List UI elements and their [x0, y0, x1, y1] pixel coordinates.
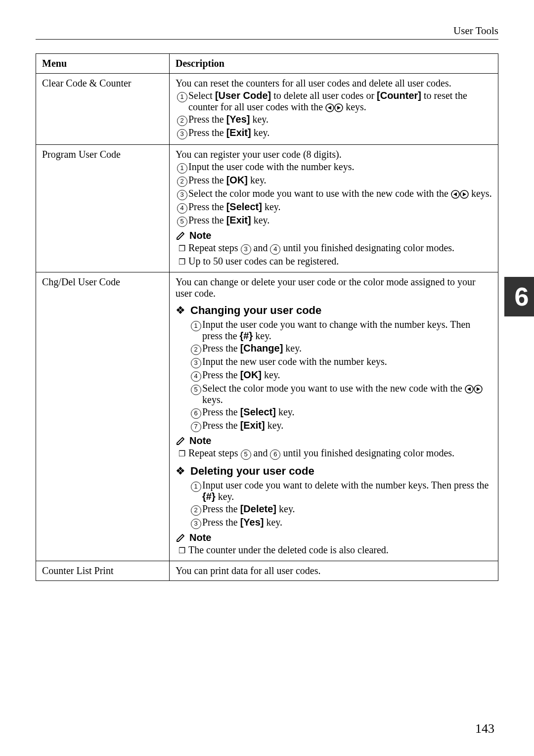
col-header-menu: Menu [36, 54, 170, 74]
circled-number-icon: 3 [189, 356, 202, 368]
intro-text: You can register your user code (8 digit… [176, 149, 492, 160]
step-text: Select [User Code] to delete all user co… [188, 90, 492, 113]
svg-marker-1 [328, 106, 331, 110]
table-row: Program User Code You can register your … [36, 145, 498, 272]
svg-marker-11 [477, 387, 480, 391]
step: 5 Press the [Exit] key. [176, 215, 492, 227]
step: 1 Input user code you want to delete wit… [189, 480, 492, 502]
step: 3 Press the [Yes] key. [189, 517, 492, 529]
step: 1 Select [User Code] to delete all user … [176, 90, 492, 113]
step-text: Select the color mode you want to use wi… [188, 188, 492, 199]
description-cell: You can reset the counters for all user … [170, 74, 498, 145]
menu-cell: Clear Code & Counter [36, 74, 170, 145]
step: 2 Press the [Delete] key. [189, 503, 492, 516]
step-text: Press the [Exit] key. [188, 127, 269, 138]
page: User Tools 6 Menu Description Clear Code… [0, 0, 534, 756]
step-text: Press the [Yes] key. [188, 114, 268, 125]
step-text: Input user code you want to delete with … [202, 480, 492, 502]
circled-number-icon: 2 [189, 343, 202, 355]
svg-marker-7 [463, 192, 466, 196]
step-text: Press the [Select] key. [202, 406, 295, 418]
menu-cell: Counter List Print [36, 561, 170, 581]
circled-number-icon: 7 [189, 420, 202, 432]
step-text: Input the user code with the number keys… [188, 161, 354, 173]
step-text: Press the [OK] key. [188, 175, 267, 186]
circled-number-icon: 4 [270, 244, 280, 255]
hash-key-icon: {#} [240, 330, 253, 341]
svg-marker-9 [467, 387, 471, 391]
table-row: Clear Code & Counter You can reset the c… [36, 74, 498, 145]
note-text: Repeat steps 5 and 6 until you finished … [188, 447, 454, 460]
step-text: Press the [Delete] key. [202, 503, 295, 515]
intro-text: You can change or delete your user code … [176, 276, 492, 299]
step: 7 Press the [Exit] key. [189, 420, 492, 432]
step: 1 Input the user code with the number ke… [176, 161, 492, 174]
note-text: The counter under the deleted code is al… [188, 544, 389, 556]
diamond-icon: ❖ [176, 305, 185, 316]
subsection-body: 1 Input the user code you want to change… [176, 319, 492, 432]
col-header-description: Description [170, 54, 498, 74]
circled-number-icon: 6 [189, 406, 202, 419]
note-item: ❐ The counter under the deleted code is … [176, 544, 492, 556]
subsection-title: Deleting your user code [190, 465, 314, 478]
step-text: Press the [Select] key. [188, 201, 281, 213]
note-label: Note [189, 532, 211, 543]
note-item: ❐ Repeat steps 5 and 6 until you finishe… [176, 447, 492, 460]
description-cell: You can register your user code (8 digit… [170, 145, 498, 272]
subsection-title: Changing your user code [190, 304, 321, 317]
step: 3 Press the [Exit] key. [176, 127, 492, 139]
step: 6 Press the [Select] key. [189, 406, 492, 419]
circled-number-icon: 6 [270, 449, 280, 460]
circled-number-icon: 5 [176, 215, 188, 227]
step-text: Press the [Yes] key. [202, 517, 282, 528]
checkbox-icon: ❐ [176, 256, 188, 267]
subsection-heading: ❖ Changing your user code [176, 304, 492, 317]
note-label: Note [189, 435, 211, 446]
table-row: Chg/Del User Code You can change or dele… [36, 272, 498, 561]
note-heading: Note [176, 230, 492, 241]
step-text: Press the [Change] key. [202, 343, 302, 354]
circled-number-icon: 4 [189, 369, 202, 382]
circled-number-icon: 3 [241, 244, 251, 255]
step: 2 Press the [OK] key. [176, 175, 492, 187]
left-right-keys-icon [325, 103, 343, 112]
intro-text: You can reset the counters for all user … [176, 78, 492, 89]
step-text: Input the user code you want to change w… [202, 319, 492, 342]
note-text: Up to 50 user codes can be registered. [188, 256, 339, 267]
diamond-icon: ❖ [176, 466, 185, 477]
note-heading: Note [176, 435, 492, 446]
note-text: Repeat steps 3 and 4 until you finished … [188, 242, 454, 255]
step-text: Press the [Exit] key. [202, 420, 283, 431]
step-text: Press the [OK] key. [202, 369, 280, 381]
step: 4 Press the [Select] key. [176, 201, 492, 214]
pencil-icon [176, 436, 186, 446]
circled-number-icon: 5 [241, 449, 251, 460]
left-right-keys-icon [465, 385, 483, 394]
circled-number-icon: 3 [176, 188, 188, 200]
page-header: User Tools [36, 25, 498, 40]
page-number: 143 [475, 721, 494, 736]
circled-number-icon: 1 [176, 90, 188, 102]
circled-number-icon: 1 [189, 480, 202, 492]
note-label: Note [189, 230, 211, 241]
pencil-icon [176, 230, 186, 241]
step: 3 Input the new user code with the numbe… [189, 356, 492, 368]
circled-number-icon: 2 [189, 503, 202, 516]
step: 2 Press the [Yes] key. [176, 114, 492, 126]
pencil-icon [176, 533, 186, 543]
chapter-number: 6 [515, 282, 529, 311]
svg-marker-5 [453, 192, 457, 196]
subsection-heading: ❖ Deleting your user code [176, 465, 492, 478]
menu-table: Menu Description Clear Code & Counter Yo… [36, 53, 498, 581]
checkbox-icon: ❐ [176, 242, 188, 253]
note-heading: Note [176, 532, 492, 543]
circled-number-icon: 3 [189, 517, 202, 529]
chapter-tab: 6 [504, 277, 534, 316]
menu-cell: Program User Code [36, 145, 170, 272]
menu-cell: Chg/Del User Code [36, 272, 170, 561]
step-text: Select the color mode you want to use wi… [202, 383, 492, 405]
circled-number-icon: 1 [176, 161, 188, 174]
circled-number-icon: 2 [176, 175, 188, 187]
circled-number-icon: 2 [176, 114, 188, 126]
hash-key-icon: {#} [202, 491, 216, 502]
